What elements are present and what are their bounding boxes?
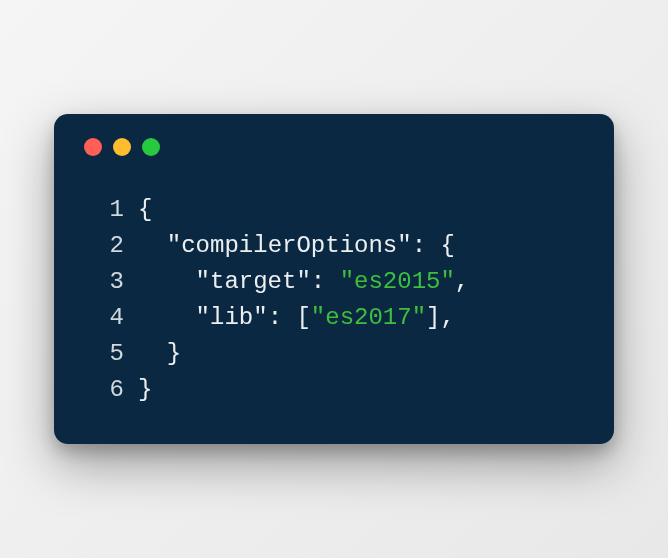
token-string: "es2015" xyxy=(340,268,455,295)
code-editor[interactable]: 1{2 "compilerOptions": {3 "target": "es2… xyxy=(82,192,586,408)
code-line: 4 "lib": ["es2017"], xyxy=(82,300,586,336)
code-line: 2 "compilerOptions": { xyxy=(82,228,586,264)
code-content: "lib": ["es2017"], xyxy=(138,300,455,336)
line-number: 6 xyxy=(82,372,124,408)
close-icon[interactable] xyxy=(84,138,102,156)
window-titlebar xyxy=(82,138,586,156)
token-punct: } xyxy=(167,340,181,367)
line-number: 4 xyxy=(82,300,124,336)
code-line: 3 "target": "es2015", xyxy=(82,264,586,300)
line-number: 1 xyxy=(82,192,124,228)
token-key: "lib" xyxy=(196,304,268,331)
token-punct: } xyxy=(138,376,152,403)
token-punct: { xyxy=(138,196,152,223)
token-punct: , xyxy=(455,268,469,295)
zoom-icon[interactable] xyxy=(142,138,160,156)
token-key: "target" xyxy=(196,268,311,295)
minimize-icon[interactable] xyxy=(113,138,131,156)
code-content: } xyxy=(138,372,152,408)
code-content: { xyxy=(138,192,152,228)
code-window: 1{2 "compilerOptions": {3 "target": "es2… xyxy=(54,114,614,444)
code-line: 6} xyxy=(82,372,586,408)
code-content: "compilerOptions": { xyxy=(138,228,455,264)
token-punct: : xyxy=(311,268,340,295)
token-punct: : [ xyxy=(268,304,311,331)
token-key: "compilerOptions" xyxy=(167,232,412,259)
code-content: } xyxy=(138,336,181,372)
line-number: 2 xyxy=(82,228,124,264)
line-number: 5 xyxy=(82,336,124,372)
code-line: 5 } xyxy=(82,336,586,372)
token-punct: : { xyxy=(412,232,455,259)
code-line: 1{ xyxy=(82,192,586,228)
token-string: "es2017" xyxy=(311,304,426,331)
code-content: "target": "es2015", xyxy=(138,264,469,300)
line-number: 3 xyxy=(82,264,124,300)
token-punct: ], xyxy=(426,304,455,331)
